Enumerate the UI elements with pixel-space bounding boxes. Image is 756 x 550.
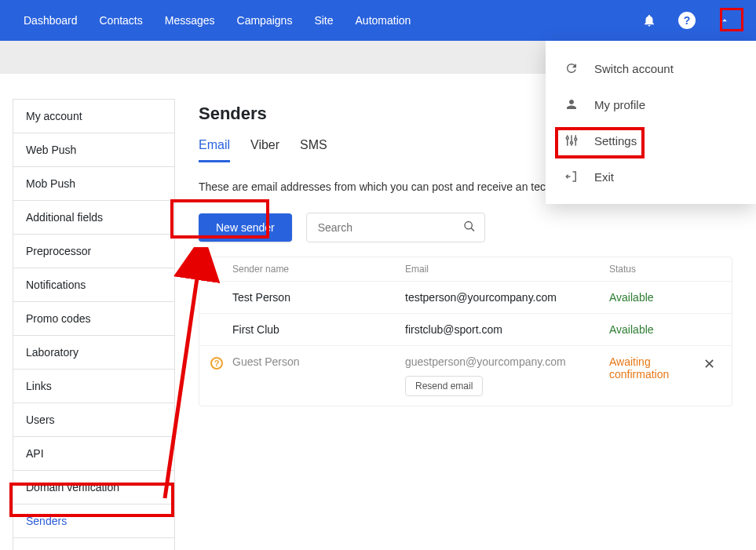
dropdown-label: Exit	[594, 170, 614, 184]
nav-messages[interactable]: Messages	[154, 0, 226, 41]
svg-point-4	[571, 142, 573, 144]
status-badge: Awaiting confirmation	[609, 355, 703, 381]
sidebar-item-api[interactable]: API	[13, 437, 174, 471]
svg-point-3	[566, 137, 568, 140]
svg-point-5	[575, 138, 577, 140]
status-badge: Available	[609, 323, 703, 336]
user-icon	[564, 97, 579, 111]
th-name: Sender name	[232, 264, 405, 275]
sidebar-item-senders[interactable]: Senders	[13, 504, 174, 538]
bell-icon	[642, 13, 656, 27]
cell-sender-name: Test Person	[232, 291, 405, 304]
nav-campaigns[interactable]: Campaigns	[226, 0, 304, 41]
cell-email: guestperson@yourcompany.com	[405, 355, 566, 368]
account-dropdown: Switch account My profile Settings Exit	[546, 41, 756, 204]
sidebar-item-preprocessor[interactable]: Preprocessor	[13, 235, 174, 268]
sidebar-item-additional-fields[interactable]: Additional fields	[13, 201, 174, 235]
svg-line-7	[471, 228, 474, 231]
nav-site[interactable]: Site	[303, 0, 344, 41]
tab-viber[interactable]: Viber	[250, 138, 279, 162]
exit-icon	[564, 169, 579, 184]
sidebar-item-mob-push[interactable]: Mob Push	[13, 167, 174, 201]
sidebar-item-web-push[interactable]: Web Push	[13, 133, 174, 167]
nav-dashboard[interactable]: Dashboard	[13, 0, 89, 41]
dropdown-exit[interactable]: Exit	[546, 158, 756, 195]
dropdown-switch-account[interactable]: Switch account	[546, 50, 756, 86]
refresh-icon	[564, 61, 579, 75]
nav-contacts[interactable]: Contacts	[89, 0, 154, 41]
tab-sms[interactable]: SMS	[300, 138, 327, 162]
account-menu-toggle[interactable]	[712, 8, 737, 33]
dropdown-settings[interactable]: Settings	[546, 122, 756, 158]
cell-email: testperson@yourcompany.com	[405, 291, 609, 304]
help-icon: ?	[678, 12, 696, 29]
sidebar-item-my-account[interactable]: My account	[13, 100, 174, 133]
nav-automation[interactable]: Automation	[345, 0, 422, 41]
dropdown-label: Settings	[594, 134, 637, 148]
warning-icon: ?	[210, 357, 223, 370]
dropdown-label: My profile	[594, 98, 645, 111]
help-button[interactable]: ?	[674, 8, 699, 33]
sidebar-item-promo-codes[interactable]: Promo codes	[13, 302, 174, 336]
tab-email[interactable]: Email	[199, 138, 230, 162]
svg-point-6	[465, 222, 472, 229]
sidebar-item-connectors[interactable]: Connectors	[13, 538, 174, 550]
notifications-button[interactable]	[637, 8, 662, 33]
sidebar-item-links[interactable]: Links	[13, 370, 174, 403]
chevron-up-icon	[719, 15, 730, 26]
search-icon	[463, 220, 476, 235]
sidebar-item-users[interactable]: Users	[13, 403, 174, 437]
search-input[interactable]	[306, 213, 485, 242]
senders-table: Sender name Email Status Test Person tes…	[199, 257, 732, 406]
new-sender-button[interactable]: New sender	[199, 213, 292, 242]
settings-sidebar: My account Web Push Mob Push Additional …	[13, 99, 175, 550]
th-status: Status	[609, 264, 703, 275]
table-row[interactable]: ? Guest Person guestperson@yourcompany.c…	[199, 345, 732, 406]
dropdown-my-profile[interactable]: My profile	[546, 86, 756, 122]
status-badge: Available	[609, 291, 703, 304]
sidebar-item-notifications[interactable]: Notifications	[13, 268, 174, 302]
delete-row-button[interactable]: ✕	[703, 356, 715, 372]
resend-email-button[interactable]: Resend email	[405, 376, 483, 396]
table-row[interactable]: Test Person testperson@yourcompany.com A…	[199, 281, 732, 313]
sliders-icon	[564, 133, 579, 148]
th-email: Email	[405, 264, 609, 275]
dropdown-label: Switch account	[594, 62, 674, 75]
sidebar-item-domain-verification[interactable]: Domain verification	[13, 471, 174, 504]
cell-sender-name: Guest Person	[232, 355, 405, 368]
top-nav: Dashboard Contacts Messages Campaigns Si…	[0, 0, 756, 41]
table-row[interactable]: First Club firstclub@sport.com Available	[199, 313, 732, 345]
table-header: Sender name Email Status	[199, 257, 732, 281]
sidebar-item-laboratory[interactable]: Laboratory	[13, 336, 174, 370]
cell-email: firstclub@sport.com	[405, 323, 609, 336]
cell-sender-name: First Club	[232, 323, 405, 336]
